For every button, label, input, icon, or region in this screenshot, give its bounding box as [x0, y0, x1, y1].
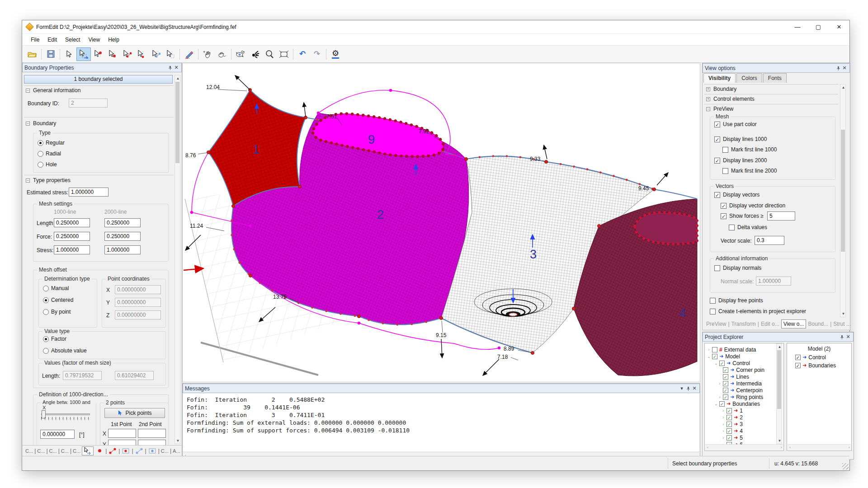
boundary-id-field[interactable]: 2 — [69, 99, 108, 108]
select-line-tool-button[interactable] — [120, 47, 134, 61]
pin-icon[interactable] — [835, 65, 841, 71]
select-edge-tool-button[interactable] — [134, 47, 149, 61]
model-item-control[interactable]: ➜Control — [795, 354, 826, 361]
tab-red-line-icon[interactable] — [107, 446, 118, 455]
normal-scale-field[interactable]: 1.000000 — [756, 277, 791, 286]
section-control-elements[interactable]: +Control elements — [706, 96, 755, 102]
checkbox-display-free-points[interactable]: Display free points — [710, 297, 763, 304]
viewport-3d[interactable]: 12.04 8.76 7.51 7.92 9.33 9.45 11.24 13.… — [182, 63, 700, 382]
vector-scale-field[interactable]: 0.3 — [755, 236, 784, 245]
checkbox-mark-first-line-2000[interactable]: Mark first line 2000 — [722, 168, 777, 174]
tree-item-intermediate[interactable]: ›➜Intermedia — [717, 380, 762, 387]
tree-item-corner-points[interactable]: ➜Corner poin — [723, 366, 764, 373]
tab-c4[interactable]: C... — [60, 447, 70, 455]
tree-item-boundary-3[interactable]: ›➜3 — [721, 421, 743, 427]
resize-grip[interactable] — [842, 463, 849, 469]
checkbox-display-vector-direction[interactable]: Display vector direction — [721, 202, 785, 209]
select-point-tool-button[interactable] — [91, 47, 105, 61]
tab-bound[interactable]: Bound... — [806, 320, 830, 328]
tree-item-lines[interactable]: ➜Lines — [723, 373, 749, 380]
pin-icon[interactable] — [839, 334, 845, 340]
radio-factor[interactable]: Factor — [43, 336, 66, 342]
close-icon[interactable]: ✕ — [841, 65, 848, 71]
select-node-tool-button[interactable] — [105, 47, 120, 61]
zoom-tool-button[interactable] — [262, 47, 277, 61]
radio-manual[interactable]: Manual — [43, 285, 69, 291]
section-type-properties[interactable]: −Type properties — [26, 177, 71, 183]
select-blue-point-tool-button[interactable] — [149, 47, 163, 61]
show-forces-field[interactable]: 5 — [767, 211, 795, 221]
checkbox-use-part-color[interactable]: Use part color — [714, 121, 757, 127]
checkbox-create-t-elements[interactable]: Create t-elements in project explorer — [710, 308, 806, 314]
tab-blue-rect-icon[interactable] — [146, 446, 158, 455]
tab-c6[interactable]: C... — [160, 447, 170, 455]
tab-colors[interactable]: Colors — [736, 73, 762, 83]
tab-blue-line-icon[interactable] — [133, 446, 145, 455]
section-vo-boundary[interactable]: +Boundary — [706, 86, 736, 92]
settings-run-button[interactable]: ⚙ — [328, 47, 343, 61]
section-boundary[interactable]: −Boundary — [26, 120, 56, 127]
tree-item-model[interactable]: ⌄➜Model — [707, 353, 740, 360]
grab-view-button[interactable] — [215, 47, 229, 61]
pin-icon[interactable] — [167, 65, 173, 71]
zoom-extents-button[interactable] — [277, 47, 291, 61]
pick-points-button[interactable]: Pick points — [104, 408, 165, 418]
point-y-field[interactable]: 0.00000000 — [115, 298, 161, 307]
tree-item-boundary-5[interactable]: ›➜5 — [721, 434, 743, 441]
tree-item-external-data[interactable]: ›#External data — [707, 346, 756, 353]
checkbox-display-normals[interactable]: Display normals — [714, 265, 761, 271]
length-1000-field[interactable]: 0.250000 — [54, 218, 90, 227]
checkbox-display-lines-1000[interactable]: Display lines 1000 — [714, 136, 767, 142]
messages-log[interactable]: Fofin: Iteration 2 0.5488E+02Fofin: 39 0… — [183, 393, 699, 451]
left-panel-scrollbar[interactable]: ▲ ▼ — [175, 75, 180, 444]
view-options-scrollbar[interactable]: ▲ ▼ — [840, 84, 846, 317]
tree-item-centerpoints[interactable]: ➜Centerpoin — [723, 387, 763, 394]
select-rectangle-tool-button[interactable] — [76, 47, 91, 61]
scroll-up-icon[interactable]: ▲ — [841, 85, 846, 89]
select-area-tool-button[interactable] — [163, 47, 178, 61]
angle-slider[interactable] — [41, 413, 90, 415]
minimize-button[interactable]: — — [787, 20, 808, 33]
angle-field[interactable]: 0.000000 — [40, 430, 75, 439]
tab-a1[interactable]: A... — [171, 447, 182, 455]
close-button[interactable]: ✕ — [829, 20, 849, 33]
values-field-2[interactable]: 0.61029402 — [115, 371, 154, 380]
scroll-up-icon[interactable]: ▲ — [175, 76, 180, 80]
second-point-x-field[interactable] — [138, 429, 166, 438]
draw-tool-button[interactable] — [182, 47, 196, 61]
values-field-1[interactable]: 0.79719532 — [63, 371, 102, 380]
checkbox-display-vectors[interactable]: Display vectors — [714, 192, 760, 198]
menu-select[interactable]: Select — [61, 35, 84, 45]
tab-select-rectangle-icon[interactable] — [82, 446, 94, 455]
scroll-down-icon[interactable]: ▼ — [175, 439, 180, 443]
menu-help[interactable]: Help — [104, 35, 123, 45]
section-preview[interactable]: −PreView — [706, 106, 733, 112]
dropdown-icon[interactable]: ▾ — [679, 385, 685, 392]
orbit-view-button[interactable] — [233, 47, 248, 61]
tab-c1[interactable]: C... — [24, 447, 34, 455]
light-burst-button[interactable] — [248, 47, 262, 61]
undo-button[interactable]: ↶ — [295, 47, 310, 61]
close-icon[interactable]: ✕ — [845, 334, 851, 340]
tab-preview[interactable]: PreView — [704, 320, 728, 328]
tab-strut[interactable]: Strut ... — [831, 320, 853, 328]
model-item-boundaries[interactable]: ➜Boundaries — [795, 362, 836, 369]
first-point-x-field[interactable] — [108, 429, 136, 438]
section-general-information[interactable]: −General information — [26, 87, 80, 94]
tab-visibility[interactable]: Visibility — [703, 73, 736, 83]
estimated-stress-field[interactable]: 1.000000 — [69, 188, 108, 197]
point-z-field[interactable]: 0.00000000 — [115, 310, 161, 319]
tree-item-boundary-4[interactable]: ›➜4 — [721, 427, 743, 434]
radio-hole[interactable]: Hole — [38, 161, 57, 168]
checkbox-delta-values[interactable]: Delta values — [729, 224, 767, 230]
redo-button[interactable]: ↷ — [310, 47, 324, 61]
select-tool-button[interactable] — [62, 47, 76, 61]
tree-item-boundary-2[interactable]: ›➜2 — [721, 414, 743, 421]
tree-vscrollbar[interactable]: ▲▼ — [776, 343, 782, 444]
tab-edit-o[interactable]: Edit o... — [759, 320, 781, 328]
tree-item-boundaries[interactable]: ⌄➜Boundaries — [714, 400, 760, 407]
save-button[interactable] — [43, 47, 58, 61]
tab-c3[interactable]: C... — [48, 447, 58, 455]
stress-1000-field[interactable]: 1.000000 — [54, 245, 90, 254]
tree-item-boundary-1[interactable]: ›➜1 — [721, 407, 743, 414]
